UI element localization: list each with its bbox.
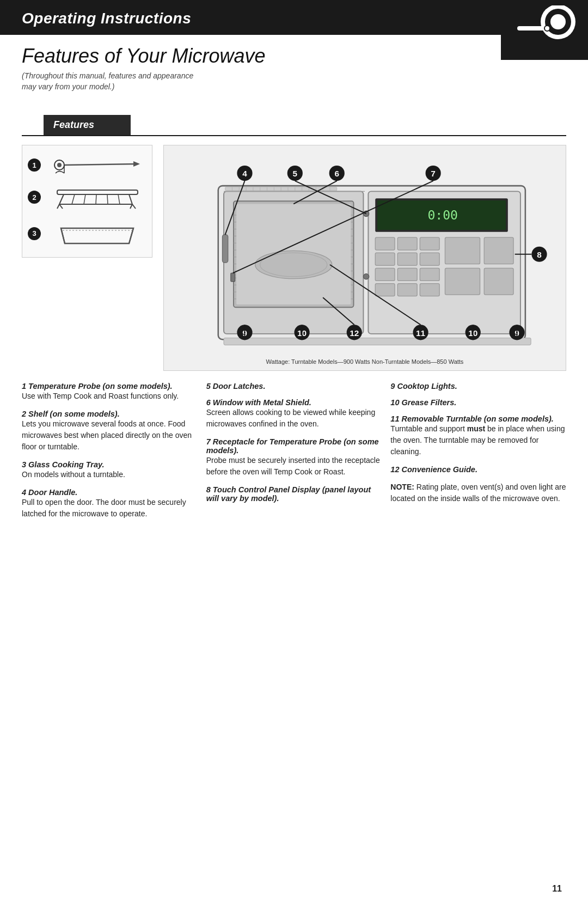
note-text: Rating plate, oven vent(s) and oven ligh…: [390, 483, 566, 503]
diagram-section: 1 2: [22, 145, 566, 371]
illus-item-2: 2: [28, 184, 146, 211]
feature-title-4: 4 Door Handle.: [22, 488, 198, 497]
features-label-text: Features: [53, 119, 94, 130]
header-title: Operating Instructions: [22, 10, 191, 27]
feature-11: 11 Removable Turntable (on some models).…: [390, 414, 566, 457]
svg-text:6: 6: [334, 169, 339, 179]
svg-rect-46: [375, 237, 395, 250]
svg-text:4: 4: [242, 169, 247, 179]
text-columns: 1 Temperature Probe (on some models). Us…: [22, 382, 566, 544]
note-body: NOTE: Rating plate, oven vent(s) and ove…: [390, 481, 566, 504]
svg-rect-10: [57, 190, 138, 194]
svg-rect-54: [420, 269, 439, 281]
feature-title-10: 10 Grease Filters.: [390, 398, 566, 407]
note-section: NOTE: Rating plate, oven vent(s) and ove…: [390, 481, 566, 504]
svg-line-7: [64, 164, 137, 165]
header-corner-graphic: [501, 0, 588, 60]
col-1: 1 Temperature Probe (on some models). Us…: [22, 382, 206, 527]
subheader: Features of Your Microwave (Throughout t…: [0, 35, 588, 92]
left-illustrations: 1 2: [22, 145, 152, 258]
feature-body-3: On models without a turntable.: [22, 469, 198, 480]
wattage-note: Wattage: Turntable Models—900 Watts Non-…: [169, 358, 560, 365]
feature-body-1: Use with Temp Cook and Roast functions o…: [22, 391, 198, 402]
feature-body-4: Pull to open the door. The door must be …: [22, 497, 198, 520]
svg-point-4: [544, 26, 550, 31]
feature-title-11: 11 Removable Turntable (on some models).: [390, 414, 566, 423]
feature-5: 5 Door Latches.: [206, 382, 382, 391]
feature-2: 2 Shelf (on some models). Lets you micro…: [22, 410, 198, 453]
svg-rect-79: [222, 235, 228, 263]
svg-rect-51: [420, 253, 439, 265]
feature-6: 6 Window with Metal Shield. Screen allow…: [206, 398, 382, 430]
svg-point-2: [550, 14, 566, 29]
svg-line-15: [107, 194, 108, 204]
feature-body-7: Probe must be securely inserted into the…: [206, 455, 382, 478]
feature-3: 3 Glass Cooking Tray. On models without …: [22, 460, 198, 480]
svg-rect-57: [420, 284, 439, 296]
svg-point-81: [363, 274, 369, 279]
content-area: 1 2: [0, 145, 588, 544]
svg-text:0:00: 0:00: [427, 208, 458, 222]
svg-text:12: 12: [350, 328, 359, 338]
svg-rect-60: [484, 237, 513, 264]
feature-4: 4 Door Handle. Pull to open the door. Th…: [22, 488, 198, 520]
probe-svg: [46, 154, 146, 176]
svg-rect-82: [224, 338, 531, 345]
feature-8: 8 Touch Control Panel Display (panel lay…: [206, 485, 382, 503]
svg-rect-61: [484, 269, 513, 295]
svg-rect-47: [397, 237, 417, 250]
svg-line-11: [59, 194, 64, 204]
illus-item-1: 1: [28, 154, 146, 176]
svg-text:7: 7: [431, 169, 436, 179]
right-diagram: 0:00: [163, 145, 566, 371]
page-subtitle: (Throughout this manual, features and ap…: [22, 71, 266, 92]
illus-num-2: 2: [28, 191, 41, 204]
illus-num-3: 3: [28, 227, 41, 240]
svg-line-13: [84, 194, 85, 204]
feature-7: 7 Receptacle for Temperature Probe (on s…: [206, 437, 382, 478]
feature-title-5: 5 Door Latches.: [206, 382, 382, 391]
svg-line-19: [59, 204, 63, 209]
feature-title-7: 7 Receptacle for Temperature Probe (on s…: [206, 437, 382, 455]
feature-title-12: 12 Convenience Guide.: [390, 465, 566, 474]
illus-item-3: 3: [28, 218, 146, 248]
svg-text:8: 8: [537, 250, 542, 259]
feature-title-2: 2 Shelf (on some models).: [22, 410, 198, 418]
svg-text:11: 11: [416, 328, 426, 338]
svg-rect-3: [517, 26, 547, 30]
svg-rect-56: [397, 284, 417, 296]
svg-line-14: [96, 194, 96, 204]
page-number: 11: [552, 884, 562, 894]
feature-title-3: 3 Glass Cooking Tray.: [22, 460, 198, 469]
feature-12: 12 Convenience Guide.: [390, 465, 566, 474]
feature-title-8: 8 Touch Control Panel Display (panel lay…: [206, 485, 382, 503]
microwave-diagram-svg: 0:00: [169, 151, 560, 353]
feature-body-2: Lets you microwave several foods at once…: [22, 418, 198, 453]
section-divider: [22, 135, 566, 136]
corner-svg: [512, 5, 577, 54]
svg-point-6: [57, 163, 62, 167]
tray-svg: [46, 218, 146, 248]
subheader-left: Features of Your Microwave (Throughout t…: [22, 45, 266, 92]
svg-rect-50: [397, 253, 417, 265]
svg-rect-49: [375, 253, 395, 265]
svg-line-21: [132, 204, 136, 209]
svg-rect-52: [375, 269, 395, 281]
svg-line-12: [72, 194, 75, 204]
header-bar: Operating Instructions: [0, 0, 588, 35]
svg-line-20: [130, 204, 132, 209]
svg-rect-55: [375, 284, 395, 296]
note-label: NOTE:: [390, 483, 414, 491]
svg-line-16: [118, 194, 120, 204]
svg-marker-8: [133, 161, 140, 167]
page-title: Features of Your Microwave: [22, 45, 266, 68]
features-label-bar: Features: [44, 115, 131, 135]
feature-body-11: Turntable and support must be in place w…: [390, 423, 566, 457]
svg-rect-48: [420, 237, 439, 250]
feature-1: 1 Temperature Probe (on some models). Us…: [22, 382, 198, 402]
illus-num-1: 1: [28, 158, 41, 172]
feature-title-1: 1 Temperature Probe (on some models).: [22, 382, 198, 391]
feature-9: 9 Cooktop Lights.: [390, 382, 566, 391]
shelf-svg: [46, 184, 146, 211]
svg-line-18: [57, 204, 59, 209]
